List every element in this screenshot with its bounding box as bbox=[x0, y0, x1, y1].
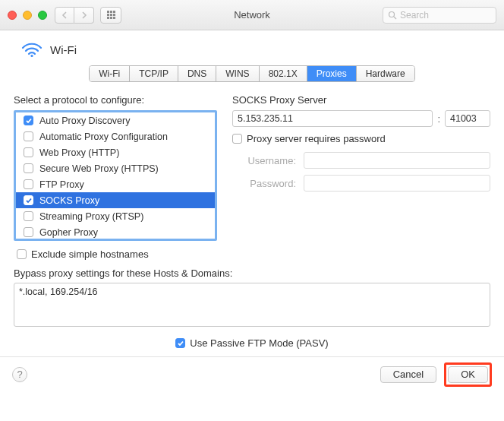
tab-hardware[interactable]: Hardware bbox=[357, 66, 414, 81]
tab-wi-fi[interactable]: Wi-Fi bbox=[90, 66, 130, 81]
grid-icon bbox=[107, 11, 115, 19]
protocol-checkbox[interactable] bbox=[24, 131, 33, 141]
protocol-item[interactable]: Streaming Proxy (RTSP) bbox=[16, 208, 215, 224]
username-input[interactable] bbox=[304, 152, 490, 169]
protocol-item[interactable]: Automatic Proxy Configuration bbox=[16, 128, 215, 144]
protocol-item[interactable]: FTP Proxy bbox=[16, 176, 215, 192]
protocol-label: FTP Proxy bbox=[39, 179, 84, 190]
zoom-icon[interactable] bbox=[38, 11, 47, 20]
pane-header: Wi-Fi bbox=[14, 41, 490, 58]
server-label: SOCKS Proxy Server bbox=[232, 94, 490, 106]
pane-title: Wi-Fi bbox=[50, 43, 77, 56]
back-button[interactable] bbox=[55, 7, 74, 24]
exclude-hostnames-checkbox[interactable] bbox=[17, 249, 27, 259]
tab-802-1x[interactable]: 802.1X bbox=[260, 66, 307, 81]
username-label: Username: bbox=[232, 155, 296, 166]
protocol-checkbox[interactable] bbox=[24, 163, 33, 173]
requires-password-label: Proxy server requires password bbox=[247, 133, 386, 144]
protocol-item[interactable]: Auto Proxy Discovery bbox=[16, 112, 215, 128]
protocol-label: Streaming Proxy (RTSP) bbox=[39, 211, 143, 222]
password-label: Password: bbox=[232, 178, 296, 189]
proxy-port-input[interactable] bbox=[445, 110, 490, 127]
wifi-icon bbox=[21, 41, 43, 58]
tab-wins[interactable]: WINS bbox=[216, 66, 259, 81]
protocol-checkbox[interactable] bbox=[24, 116, 33, 125]
svg-point-2 bbox=[30, 55, 33, 57]
ok-highlight: OK bbox=[444, 362, 492, 387]
svg-line-1 bbox=[394, 17, 396, 19]
network-preferences-window: Network Search Wi-Fi Wi-FiTCP/IPDNSWINS8… bbox=[0, 0, 504, 421]
passive-ftp-checkbox[interactable] bbox=[175, 338, 185, 348]
search-input[interactable]: Search bbox=[383, 7, 496, 24]
protocol-item[interactable]: Secure Web Proxy (HTTPS) bbox=[16, 160, 215, 176]
bypass-value: *.local, 169.254/16 bbox=[19, 286, 98, 297]
cancel-button[interactable]: Cancel bbox=[380, 366, 436, 383]
exclude-hostnames-label: Exclude simple hostnames bbox=[31, 248, 149, 260]
protocol-label: Secure Web Proxy (HTTPS) bbox=[39, 163, 159, 174]
chevron-left-icon bbox=[61, 11, 68, 19]
search-placeholder: Search bbox=[400, 10, 429, 21]
protocol-label: SOCKS Proxy bbox=[39, 195, 99, 206]
protocol-item[interactable]: SOCKS Proxy bbox=[16, 192, 215, 208]
tab-tcp-ip[interactable]: TCP/IP bbox=[130, 66, 178, 81]
nav-buttons bbox=[55, 7, 94, 24]
chevron-right-icon bbox=[81, 11, 87, 19]
bypass-textarea[interactable]: *.local, 169.254/16 bbox=[14, 283, 490, 327]
minimize-icon[interactable] bbox=[23, 11, 32, 20]
password-input[interactable] bbox=[304, 175, 490, 192]
window-title: Network bbox=[234, 9, 270, 21]
tab-dns[interactable]: DNS bbox=[178, 66, 216, 81]
protocol-item[interactable]: Web Proxy (HTTP) bbox=[16, 144, 215, 160]
tab-proxies[interactable]: Proxies bbox=[307, 66, 357, 81]
protocol-list[interactable]: Auto Proxy DiscoveryAutomatic Proxy Conf… bbox=[14, 110, 217, 241]
protocol-label: Web Proxy (HTTP) bbox=[39, 147, 119, 158]
footer: ? Cancel OK bbox=[0, 356, 504, 391]
svg-point-0 bbox=[389, 11, 395, 17]
bypass-label: Bypass proxy settings for these Hosts & … bbox=[14, 267, 490, 279]
protocol-label: Gopher Proxy bbox=[39, 227, 98, 238]
proxy-ip-input[interactable] bbox=[232, 110, 433, 127]
help-button[interactable]: ? bbox=[12, 367, 27, 382]
protocol-checkbox[interactable] bbox=[24, 211, 33, 221]
passive-ftp-label: Use Passive FTP Mode (PASV) bbox=[190, 337, 328, 349]
window-controls bbox=[8, 11, 47, 20]
content: Wi-Fi Wi-FiTCP/IPDNSWINS802.1XProxiesHar… bbox=[0, 30, 504, 356]
forward-button[interactable] bbox=[74, 7, 94, 24]
protocol-label: Select a protocol to configure: bbox=[14, 94, 217, 106]
protocol-checkbox[interactable] bbox=[24, 227, 33, 237]
protocol-item[interactable]: Gopher Proxy bbox=[16, 224, 215, 240]
protocol-checkbox[interactable] bbox=[24, 147, 33, 157]
show-all-button[interactable] bbox=[100, 7, 121, 24]
titlebar: Network Search bbox=[0, 0, 504, 30]
protocol-checkbox[interactable] bbox=[24, 179, 33, 189]
ok-button[interactable]: OK bbox=[448, 366, 488, 383]
tab-bar: Wi-FiTCP/IPDNSWINS802.1XProxiesHardware bbox=[14, 65, 490, 82]
protocol-checkbox[interactable] bbox=[24, 195, 33, 205]
protocol-label: Auto Proxy Discovery bbox=[39, 116, 130, 126]
protocol-label: Automatic Proxy Configuration bbox=[39, 131, 168, 142]
requires-password-checkbox[interactable] bbox=[232, 134, 242, 144]
close-icon[interactable] bbox=[8, 11, 17, 20]
search-icon bbox=[388, 11, 397, 20]
ip-port-separator: : bbox=[437, 113, 440, 125]
